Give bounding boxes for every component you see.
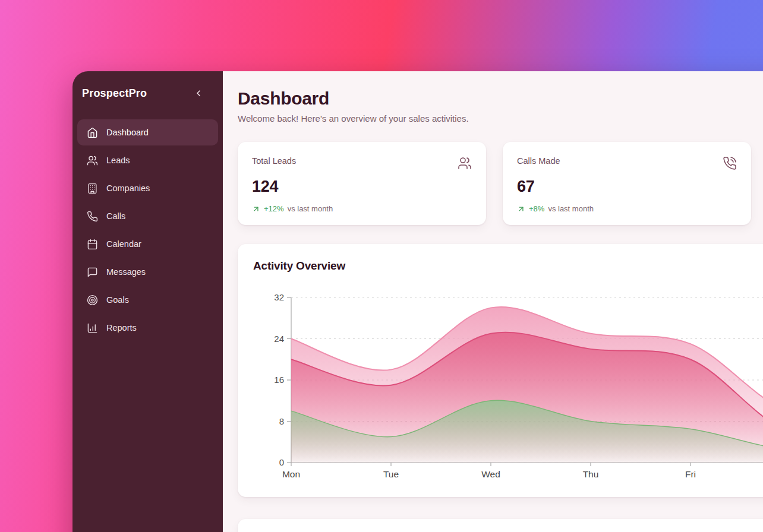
arrow-up-right-icon <box>517 205 525 213</box>
x-tick-label: Fri <box>685 469 696 479</box>
stat-card-top: Total Leads <box>252 156 472 173</box>
main-content: Dashboard Welcome back! Here's an overvi… <box>223 71 763 532</box>
stats-row: Total Leads124+12%vs last monthCalls Mad… <box>238 142 763 225</box>
stat-icon-wrap <box>458 156 472 173</box>
stat-change-suffix: vs last month <box>288 204 333 213</box>
stat-card-calls-made: Calls Made67+8%vs last month <box>503 142 751 225</box>
sidebar-item-label: Reports <box>106 323 137 332</box>
calendar-icon <box>87 239 98 250</box>
y-tick-label: 16 <box>274 375 284 385</box>
activity-overview-card: Activity Overview 08162432MonTueWedThuFr… <box>238 244 763 497</box>
sidebar-collapse-button[interactable] <box>192 87 205 100</box>
sidebar: ProspectPro DashboardLeadsCompaniesCalls… <box>72 71 223 532</box>
page-title: Dashboard <box>238 88 763 109</box>
phone-icon <box>87 211 98 222</box>
stat-change-percent: +8% <box>529 204 544 213</box>
x-tick-label: Wed <box>481 469 500 479</box>
x-tick-label: Mon <box>282 469 300 479</box>
target-icon <box>87 294 98 306</box>
sidebar-item-label: Goals <box>106 295 129 305</box>
stat-value: 67 <box>517 178 737 196</box>
message-icon <box>87 267 98 278</box>
arrow-up-right-icon <box>252 205 260 213</box>
next-section-card-partial <box>238 519 763 532</box>
sidebar-item-goals[interactable]: Goals <box>77 287 218 313</box>
y-tick-label: 24 <box>274 334 284 344</box>
sidebar-item-label: Leads <box>106 156 130 165</box>
stat-change: +12%vs last month <box>252 204 472 213</box>
sidebar-item-companies[interactable]: Companies <box>77 175 218 201</box>
x-tick-label: Thu <box>583 469 599 479</box>
sidebar-item-leads[interactable]: Leads <box>77 147 218 173</box>
sidebar-item-calls[interactable]: Calls <box>77 203 218 229</box>
stat-label: Total Leads <box>252 156 296 166</box>
stat-change-suffix: vs last month <box>548 204 594 213</box>
chart-title: Activity Overview <box>253 259 763 273</box>
sidebar-nav: DashboardLeadsCompaniesCallsCalendarMess… <box>77 119 218 341</box>
stat-icon-wrap <box>723 156 737 173</box>
app-window: ProspectPro DashboardLeadsCompaniesCalls… <box>72 71 763 532</box>
phone-call-icon <box>723 156 737 170</box>
y-tick-label: 0 <box>279 457 284 467</box>
sidebar-item-messages[interactable]: Messages <box>77 259 218 285</box>
bar-chart-icon <box>87 322 98 334</box>
stat-label: Calls Made <box>517 156 560 166</box>
chevron-left-icon <box>194 88 203 98</box>
sidebar-item-label: Calendar <box>106 239 141 249</box>
users-icon <box>458 156 472 170</box>
building-icon <box>87 183 98 194</box>
activity-overview-chart: 08162432MonTueWedThuFriSatSun <box>253 277 763 482</box>
x-tick-label: Tue <box>383 469 399 479</box>
sidebar-item-label: Companies <box>106 183 150 193</box>
page-subtitle: Welcome back! Here's an overview of your… <box>238 113 763 124</box>
sidebar-item-reports[interactable]: Reports <box>77 315 218 341</box>
sidebar-item-dashboard[interactable]: Dashboard <box>77 119 218 145</box>
sidebar-item-label: Calls <box>106 211 125 221</box>
app-logo: ProspectPro <box>82 87 147 100</box>
sidebar-item-label: Messages <box>106 267 146 277</box>
stat-change-percent: +12% <box>264 204 284 213</box>
y-tick-label: 32 <box>274 292 284 302</box>
y-tick-label: 8 <box>279 416 284 426</box>
sidebar-item-label: Dashboard <box>106 128 149 137</box>
stat-change: +8%vs last month <box>517 204 737 213</box>
users-icon <box>87 155 98 166</box>
sidebar-item-calendar[interactable]: Calendar <box>77 231 218 257</box>
stat-value: 124 <box>252 178 472 196</box>
sidebar-header: ProspectPro <box>77 87 218 100</box>
stat-card-top: Calls Made <box>517 156 737 173</box>
stat-card-total-leads: Total Leads124+12%vs last month <box>238 142 486 225</box>
home-icon <box>87 127 98 138</box>
